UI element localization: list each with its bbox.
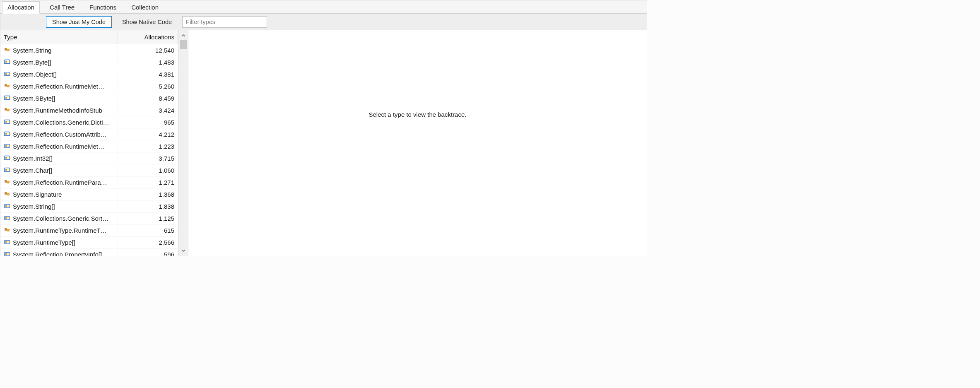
scroll-down-icon[interactable] bbox=[180, 247, 187, 254]
table-row[interactable]: System.Collections.Generic.Sort…1,125 bbox=[0, 212, 178, 224]
svg-rect-3 bbox=[5, 61, 7, 63]
allocations-cell: 8,459 bbox=[118, 95, 178, 102]
allocations-cell: 1,483 bbox=[118, 59, 178, 66]
table-row[interactable]: System.Reflection.RuntimeMet…5,260 bbox=[0, 80, 178, 92]
allocations-cell: 615 bbox=[118, 227, 178, 234]
type-name: System.String[] bbox=[13, 203, 55, 210]
allocations-table: Type Allocations System.String12,540Syst… bbox=[0, 30, 178, 256]
array-icon bbox=[4, 142, 10, 150]
type-cell: System.RuntimeType[] bbox=[0, 239, 118, 246]
table-row[interactable]: System.Collections.Generic.Dicti…965 bbox=[0, 116, 178, 128]
filter-types-input[interactable] bbox=[182, 16, 267, 28]
toolbar: Show Just My Code Show Native Code bbox=[0, 14, 647, 30]
table-row[interactable]: System.String[]1,838 bbox=[0, 200, 178, 212]
table-row[interactable]: System.Char[]1,060 bbox=[0, 164, 178, 176]
type-cell: System.Int32[] bbox=[0, 154, 118, 162]
allocations-cell: 1,223 bbox=[118, 143, 178, 150]
type-cell: System.Reflection.PropertyInfo[] bbox=[0, 251, 118, 256]
show-just-my-code-button[interactable]: Show Just My Code bbox=[46, 16, 112, 28]
table-row[interactable]: System.Reflection.RuntimeMet…1,223 bbox=[0, 140, 178, 152]
svg-rect-10 bbox=[5, 108, 7, 111]
backtrace-empty-message: Select a type to view the backtrace. bbox=[369, 111, 467, 118]
type-name: System.Signature bbox=[13, 191, 62, 198]
array-icon bbox=[4, 251, 10, 256]
table-row[interactable]: System.RuntimeType[]2,566 bbox=[0, 236, 178, 248]
svg-rect-13 bbox=[5, 121, 7, 123]
type-name: System.String bbox=[13, 47, 51, 54]
class-icon bbox=[4, 46, 10, 54]
type-cell: System.SByte[] bbox=[0, 94, 118, 102]
table-row[interactable]: System.Reflection.PropertyInfo[]596 bbox=[0, 248, 178, 256]
type-name: System.Object[] bbox=[13, 71, 57, 78]
struct-icon bbox=[4, 58, 10, 66]
type-cell: System.Collections.Generic.Dicti… bbox=[0, 118, 118, 126]
type-name: System.Collections.Generic.Dicti… bbox=[13, 119, 109, 126]
show-native-code-button[interactable]: Show Native Code bbox=[116, 16, 178, 28]
type-name: System.RuntimeType.RuntimeT… bbox=[13, 227, 107, 234]
allocations-cell: 3,715 bbox=[118, 155, 178, 162]
allocations-cell: 12,540 bbox=[118, 47, 178, 54]
svg-rect-30 bbox=[5, 228, 7, 231]
type-name: System.Reflection.RuntimePara… bbox=[13, 179, 107, 186]
svg-rect-6 bbox=[5, 84, 7, 87]
scroll-up-icon[interactable] bbox=[180, 32, 187, 39]
type-name: System.Reflection.RuntimeMet… bbox=[13, 143, 104, 150]
svg-rect-11 bbox=[7, 109, 10, 111]
svg-rect-1 bbox=[7, 49, 10, 51]
type-cell: System.Reflection.RuntimeMet… bbox=[0, 142, 118, 150]
table-row[interactable]: System.Int32[]3,715 bbox=[0, 152, 178, 164]
table-row[interactable]: System.RuntimeMethodInfoStub3,424 bbox=[0, 104, 178, 116]
table-header: Type Allocations bbox=[0, 30, 178, 44]
allocations-cell: 1,125 bbox=[118, 215, 178, 222]
type-cell: System.Reflection.CustomAttrib… bbox=[0, 130, 118, 138]
table-row[interactable]: System.SByte[]8,459 bbox=[0, 92, 178, 104]
type-cell: System.Char[] bbox=[0, 166, 118, 174]
type-cell: System.Reflection.RuntimeMet… bbox=[0, 82, 118, 90]
type-name: System.Collections.Generic.Sort… bbox=[13, 215, 108, 222]
table-row[interactable]: System.RuntimeType.RuntimeT…615 bbox=[0, 224, 178, 236]
tab-allocation[interactable]: Allocation bbox=[2, 1, 40, 14]
svg-rect-23 bbox=[7, 181, 10, 183]
allocations-cell: 4,212 bbox=[118, 131, 178, 138]
table-row[interactable]: System.Reflection.RuntimePara…1,271 bbox=[0, 176, 178, 188]
table-row[interactable]: System.Reflection.CustomAttrib…4,212 bbox=[0, 128, 178, 140]
class-icon bbox=[4, 190, 10, 198]
type-cell: System.Byte[] bbox=[0, 58, 118, 66]
type-cell: System.RuntimeMethodInfoStub bbox=[0, 106, 118, 114]
type-name: System.Char[] bbox=[13, 167, 52, 174]
table-row[interactable]: System.Signature1,368 bbox=[0, 188, 178, 200]
array-icon bbox=[4, 70, 10, 78]
profiler-window: AllocationCall TreeFunctionsCollection S… bbox=[0, 0, 647, 256]
tab-call-tree[interactable]: Call Tree bbox=[45, 2, 79, 13]
allocations-cell: 1,838 bbox=[118, 203, 178, 210]
allocations-column-header[interactable]: Allocations bbox=[118, 30, 178, 44]
svg-rect-27 bbox=[5, 205, 7, 207]
type-name: System.RuntimeType[] bbox=[13, 239, 75, 246]
table-row[interactable]: System.String12,540 bbox=[0, 44, 178, 56]
table-body: System.String12,540System.Byte[]1,483Sys… bbox=[0, 44, 178, 256]
svg-rect-29 bbox=[5, 217, 7, 219]
table-row[interactable]: System.Byte[]1,483 bbox=[0, 56, 178, 68]
allocations-cell: 2,566 bbox=[118, 239, 178, 246]
tab-functions[interactable]: Functions bbox=[84, 2, 121, 13]
content-area: Type Allocations System.String12,540Syst… bbox=[0, 30, 647, 256]
type-name: System.Byte[] bbox=[13, 59, 51, 66]
svg-rect-19 bbox=[5, 157, 7, 159]
svg-rect-25 bbox=[7, 193, 10, 195]
type-cell: System.RuntimeType.RuntimeT… bbox=[0, 227, 118, 234]
tab-collection[interactable]: Collection bbox=[126, 2, 164, 13]
type-name: System.Reflection.CustomAttrib… bbox=[13, 131, 107, 138]
struct-icon bbox=[4, 94, 10, 102]
svg-rect-7 bbox=[7, 85, 10, 87]
svg-rect-9 bbox=[5, 97, 7, 99]
table-row[interactable]: System.Object[]4,381 bbox=[0, 68, 178, 80]
class-icon bbox=[4, 227, 10, 234]
svg-rect-17 bbox=[5, 145, 7, 147]
tab-strip: AllocationCall TreeFunctionsCollection bbox=[0, 0, 647, 14]
svg-rect-33 bbox=[5, 241, 7, 243]
type-column-header[interactable]: Type bbox=[0, 30, 118, 44]
allocations-cell: 1,271 bbox=[118, 179, 178, 186]
vertical-scrollbar[interactable] bbox=[178, 30, 188, 256]
scroll-thumb[interactable] bbox=[180, 40, 187, 49]
svg-rect-35 bbox=[5, 253, 7, 255]
